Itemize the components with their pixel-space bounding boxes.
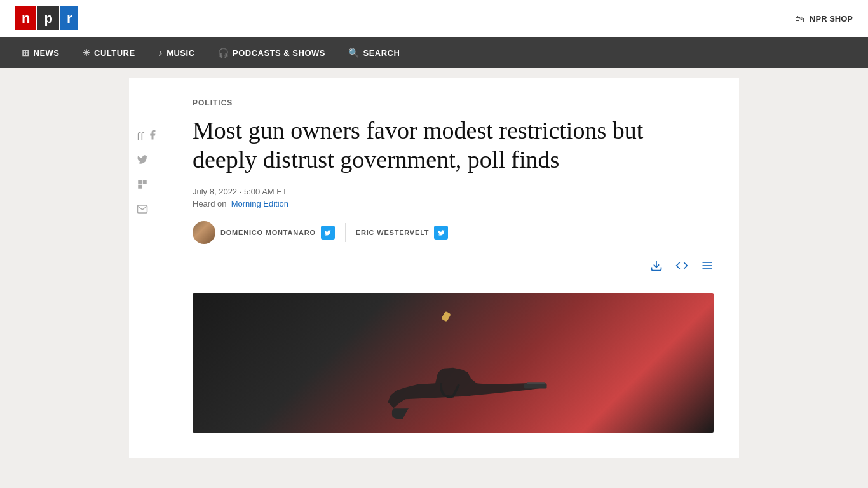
content-wrapper: ﬀ POLITICS Most gun owners favor modest … (0, 68, 868, 468)
svg-rect-1 (143, 180, 147, 184)
nav-item-news[interactable]: ⊞ NEWS (10, 37, 71, 68)
nav-label-podcasts: PODCASTS & SHOWS (233, 48, 325, 58)
nav-label-search: SEARCH (363, 48, 400, 58)
logo-p: p (37, 6, 58, 30)
more-options-button[interactable] (701, 259, 714, 275)
header-right: 🛍 NPR SHOP (795, 13, 853, 24)
logo-n: n (15, 6, 36, 30)
article-heard-on: Heard on Morning Edition (193, 199, 714, 208)
nav-label-music: MUSIC (166, 48, 194, 58)
article-date: July 8, 2022 · 5:00 AM ET (193, 187, 714, 196)
shop-link[interactable]: NPR SHOP (810, 14, 853, 24)
search-icon: 🔍 (348, 48, 360, 58)
download-button[interactable] (650, 259, 663, 275)
svg-rect-2 (138, 185, 142, 189)
svg-rect-8 (527, 382, 545, 384)
news-icon: ⊞ (22, 48, 30, 58)
heard-on-prefix: Heard on (193, 199, 226, 208)
author-twitter-domenico[interactable] (321, 226, 335, 240)
headphones-icon: 🎧 (218, 48, 229, 58)
author-separator (345, 223, 346, 242)
author-item-eric: ERIC WESTERVELT (356, 226, 449, 240)
authors-row: DOMENICO MONTANARO ERIC WESTERVELT (193, 221, 714, 244)
facebook-share-icon[interactable]: ﬀ (137, 129, 158, 144)
nav-item-podcasts[interactable]: 🎧 PODCASTS & SHOWS (207, 37, 337, 68)
logo-r: r (60, 6, 79, 30)
author-item-domenico: DOMENICO MONTANARO (193, 221, 335, 244)
nav-label-news: NEWS (34, 48, 60, 58)
author-twitter-eric[interactable] (434, 226, 448, 240)
article-hero-image (193, 293, 714, 433)
article-title: Most gun owners favor modest restriction… (193, 116, 675, 174)
bullet-casing-decoration (441, 311, 451, 322)
site-header: n p r 🛍 NPR SHOP (0, 0, 868, 37)
heard-on-show-link[interactable]: Morning Edition (231, 199, 288, 208)
twitter-share-icon[interactable] (137, 154, 158, 168)
music-icon: ♪ (158, 48, 163, 58)
shop-bag-icon: 🛍 (795, 13, 804, 24)
gun-silhouette (358, 331, 548, 420)
main-nav: ⊞ NEWS ✳ CULTURE ♪ MUSIC 🎧 PODCASTS & SH… (0, 37, 868, 68)
nav-item-search[interactable]: 🔍 SEARCH (337, 37, 411, 68)
author-name-domenico[interactable]: DOMENICO MONTANARO (220, 229, 316, 236)
logo[interactable]: n p r (15, 6, 78, 30)
email-share-icon[interactable] (137, 203, 158, 218)
article-body: POLITICS Most gun owners favor modest re… (193, 98, 714, 433)
article-category: POLITICS (193, 98, 714, 107)
nav-item-culture[interactable]: ✳ CULTURE (71, 37, 147, 68)
article-container: ﬀ POLITICS Most gun owners favor modest … (129, 78, 739, 458)
culture-icon: ✳ (83, 48, 91, 58)
embed-button[interactable] (675, 259, 688, 275)
nav-item-music[interactable]: ♪ MUSIC (147, 37, 207, 68)
nav-label-culture: CULTURE (94, 48, 135, 58)
author-name-eric[interactable]: ERIC WESTERVELT (356, 229, 430, 236)
article-toolbar (193, 259, 714, 280)
svg-rect-0 (138, 180, 142, 184)
social-sidebar: ﬀ (137, 129, 158, 218)
flipboard-share-icon[interactable] (137, 179, 158, 193)
author-avatar-domenico (193, 221, 215, 244)
